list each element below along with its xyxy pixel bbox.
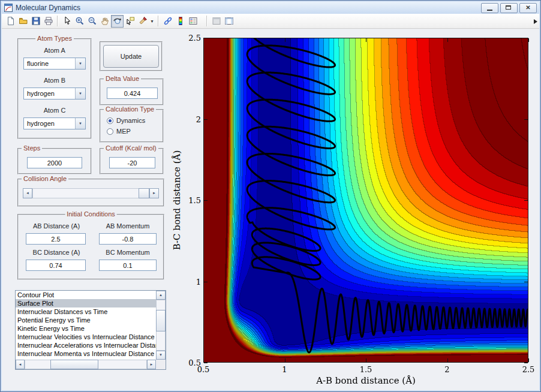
zoom-out-button[interactable]: [86, 15, 98, 28]
chevron-down-icon[interactable]: ▼: [75, 58, 85, 69]
zoom-in-button[interactable]: [73, 15, 86, 28]
listbox-items: Contour PlotSurface PlotInternuclear Dis…: [16, 291, 156, 360]
y-tick-label: 1.5: [185, 196, 201, 205]
window-title: Molecular Dynamics: [16, 4, 80, 12]
y-tick-label: 1: [185, 277, 201, 286]
legend-icon: [188, 16, 198, 26]
list-item[interactable]: Internuclear Accelerations vs Internucle…: [16, 341, 156, 349]
toolbar-overflow-arrow[interactable]: [534, 19, 537, 24]
data-cursor-button[interactable]: [124, 15, 136, 28]
chevron-down-icon[interactable]: ▼: [75, 118, 85, 129]
atom-b-label: Atom B: [19, 77, 91, 84]
open-folder-icon: [19, 16, 28, 26]
slider-left-arrow[interactable]: ◄: [23, 188, 32, 198]
list-item[interactable]: Internuclear Velocities vs Internuclear …: [16, 333, 156, 341]
app-window: Molecular Dynamics ✕: [0, 0, 541, 392]
zoom-out-icon: [88, 16, 97, 26]
atom-a-value: fluorine: [27, 60, 49, 67]
x-tick-label: 1: [282, 365, 287, 374]
bc-momentum-field[interactable]: [99, 260, 157, 271]
pan-button[interactable]: [98, 15, 111, 28]
pan-hand-icon: [100, 16, 110, 26]
minimize-button[interactable]: [481, 3, 498, 13]
titlebar[interactable]: Molecular Dynamics ✕: [2, 2, 539, 14]
show-plot-tools-button[interactable]: [223, 15, 235, 28]
list-item[interactable]: Contour Plot: [16, 291, 156, 299]
list-item[interactable]: Kinetic Energy vs Time: [16, 324, 156, 333]
zoom-in-icon: [75, 16, 85, 26]
vertical-scrollbar[interactable]: ▲ ▼: [156, 291, 166, 360]
brush-icon: [138, 16, 148, 26]
list-item[interactable]: Internuclear Distances vs Time: [16, 307, 156, 316]
rotate-3d-button[interactable]: [111, 15, 124, 28]
calculation-type-panel: Calculation Type Dynamics MEP: [100, 109, 164, 143]
link-plot-button[interactable]: [161, 15, 174, 28]
y-tick-mark: [524, 363, 528, 363]
slider-thumb[interactable]: [139, 188, 149, 198]
dynamics-radio[interactable]: [107, 117, 113, 124]
toolbar: ▾: [2, 14, 539, 29]
mep-radio[interactable]: [107, 128, 113, 135]
insert-colorbar-button[interactable]: [174, 15, 187, 28]
toolbar-separator: [57, 16, 58, 26]
list-item[interactable]: Internuclear Momenta vs Internuclear Dis…: [16, 349, 156, 358]
print-figure-button[interactable]: [42, 15, 55, 28]
edit-plot-button[interactable]: [61, 15, 73, 28]
close-button[interactable]: ✕: [519, 3, 537, 13]
toolbar-separator: [158, 16, 159, 26]
figure-content: Atom Types Atom A fluorine ▼ Atom B hydr…: [2, 29, 539, 390]
list-item[interactable]: Potential Energy vs Time: [16, 316, 156, 324]
delta-value-panel: Delta Value: [100, 79, 164, 105]
dynamics-radio-label: Dynamics: [116, 117, 145, 124]
horizontal-scrollbar[interactable]: ◄ ►: [16, 360, 156, 369]
new-figure-button[interactable]: [4, 15, 17, 28]
atom-b-select[interactable]: hydrogen ▼: [23, 88, 86, 99]
atom-c-label: Atom C: [19, 107, 91, 114]
scroll-right-arrow[interactable]: ►: [147, 360, 156, 369]
steps-field[interactable]: [27, 157, 82, 168]
panel-title: Steps: [22, 144, 42, 152]
slider-right-arrow[interactable]: ►: [149, 188, 159, 198]
brush-dropdown-button[interactable]: ▾: [149, 15, 155, 28]
brush-data-button[interactable]: [136, 15, 149, 28]
chevron-down-icon[interactable]: ▼: [75, 88, 85, 99]
scroll-left-arrow[interactable]: ◄: [16, 360, 25, 369]
chevron-down-icon: ▾: [151, 19, 153, 24]
scroll-up-arrow[interactable]: ▲: [156, 291, 166, 300]
bc-distance-field[interactable]: [26, 260, 86, 271]
close-icon: ✕: [520, 4, 536, 12]
scroll-thumb[interactable]: [156, 310, 166, 331]
save-figure-button[interactable]: [29, 15, 42, 28]
scroll-thumb[interactable]: [50, 360, 98, 369]
ab-distance-label: AB Distance (A): [23, 222, 89, 230]
ab-momentum-field[interactable]: [99, 233, 157, 245]
hide-plot-tools-button[interactable]: [210, 15, 223, 28]
y-tick-label: 0.5: [185, 358, 201, 367]
panel-title: Calculation Type: [104, 105, 156, 113]
delta-value-field[interactable]: [107, 88, 158, 99]
slider-track[interactable]: [32, 188, 149, 198]
atom-c-select[interactable]: hydrogen ▼: [23, 117, 86, 129]
update-button[interactable]: Update: [103, 45, 159, 68]
y-axis-label: B-C bond distance (Å): [172, 150, 182, 251]
x-tick-mark: [528, 38, 529, 42]
insert-legend-button[interactable]: [187, 15, 199, 28]
pes-contour-plot[interactable]: [203, 38, 528, 363]
open-file-button[interactable]: [17, 15, 29, 28]
cutoff-field[interactable]: [109, 157, 155, 168]
panel-title: Initial Conditions: [65, 210, 117, 218]
atom-a-label: Atom A: [19, 47, 91, 54]
save-floppy-icon: [31, 16, 41, 26]
x-tick-label: 2.5: [522, 365, 535, 374]
scroll-down-arrow[interactable]: ▼: [156, 351, 166, 360]
maximize-button[interactable]: [500, 3, 518, 13]
collision-angle-slider[interactable]: ◄ ►: [23, 188, 159, 198]
window-icon: [4, 4, 13, 12]
plot-type-listbox[interactable]: Contour PlotSurface PlotInternuclear Dis…: [15, 290, 166, 370]
toolbar-separator: [206, 16, 208, 26]
list-item[interactable]: Surface Plot: [16, 299, 156, 307]
rotate-3d-icon: [113, 16, 122, 26]
ab-distance-field[interactable]: [26, 233, 86, 245]
atom-a-select[interactable]: fluorine ▼: [23, 58, 86, 70]
x-axis-label: A-B bond distance (Å): [316, 375, 416, 386]
